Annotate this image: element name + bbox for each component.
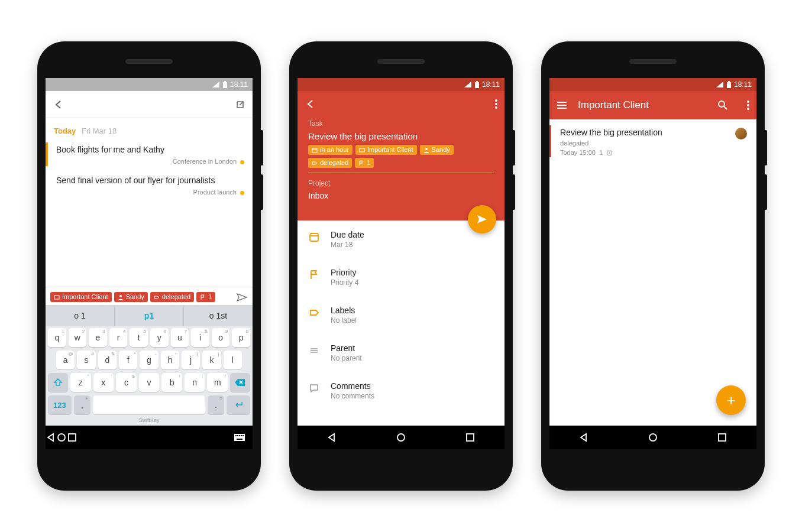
- key-r[interactable]: r4: [109, 328, 128, 347]
- key-z[interactable]: z": [70, 373, 91, 392]
- period-key[interactable]: .!?: [208, 395, 224, 414]
- comma-key[interactable]: ,✶: [74, 395, 90, 414]
- suggestion[interactable]: o 1st: [184, 305, 253, 326]
- numbers-key[interactable]: 123: [48, 395, 72, 414]
- date-full: Fri Mar 18: [82, 126, 117, 135]
- nav-home-icon[interactable]: [56, 432, 67, 443]
- task-time-text: Today 15:00: [560, 149, 596, 156]
- chip-label: 1: [367, 160, 370, 166]
- key-k[interactable]: k): [202, 351, 221, 369]
- chip-project[interactable]: Important Client: [355, 145, 417, 155]
- chip-schedule[interactable]: in an hour: [308, 145, 353, 155]
- chip-tag[interactable]: delegated: [150, 292, 194, 302]
- key-d[interactable]: d&: [98, 351, 117, 369]
- svg-rect-19: [360, 148, 364, 152]
- nav-home-icon[interactable]: [396, 432, 406, 443]
- shift-key[interactable]: [48, 373, 68, 392]
- key-q[interactable]: q1: [48, 328, 66, 347]
- nav-back-icon[interactable]: [326, 432, 337, 443]
- backspace-key[interactable]: [230, 373, 250, 392]
- task-item[interactable]: Send final version of our flyer for jour…: [46, 170, 253, 200]
- nav-recent-icon[interactable]: [67, 432, 77, 443]
- detail-value: No label: [331, 316, 357, 325]
- key-n[interactable]: n;: [185, 373, 205, 392]
- key-l[interactable]: l: [224, 351, 242, 369]
- suggestion[interactable]: o 1: [46, 305, 114, 326]
- chip-priority[interactable]: 1: [355, 158, 374, 168]
- svg-rect-24: [727, 82, 731, 88]
- key-h[interactable]: h+: [161, 351, 179, 369]
- detail-value: No parent: [331, 354, 362, 362]
- open-external-icon[interactable]: [235, 99, 245, 110]
- chip-assignee[interactable]: Sandy: [420, 145, 454, 155]
- chip-label: delegated: [162, 294, 190, 300]
- assignee-avatar: [735, 128, 747, 140]
- key-y[interactable]: y6: [150, 328, 169, 347]
- svg-rect-8: [237, 435, 238, 436]
- key-c[interactable]: c$: [116, 373, 137, 392]
- detail-row-parent[interactable]: ParentNo parent: [297, 334, 505, 372]
- key-b[interactable]: b!: [161, 373, 182, 392]
- key-i[interactable]: i8: [191, 328, 209, 347]
- project-value[interactable]: Inbox: [308, 191, 494, 200]
- nav-recent-icon[interactable]: [717, 432, 727, 443]
- key-f[interactable]: f*: [119, 351, 137, 369]
- chip-label: Important Client: [62, 294, 108, 300]
- more-vert-icon[interactable]: [747, 100, 749, 110]
- svg-point-4: [58, 434, 65, 441]
- nav-recent-icon[interactable]: [465, 432, 476, 443]
- priority-stripe: [549, 125, 551, 157]
- key-m[interactable]: m/: [207, 373, 228, 392]
- phone-side-button: [260, 130, 263, 166]
- search-icon[interactable]: [717, 100, 728, 111]
- task-comment-count: 1: [599, 149, 603, 156]
- key-p[interactable]: p0: [232, 328, 250, 347]
- detail-row-priority[interactable]: PriorityPriority 4: [297, 258, 505, 296]
- send-arrow-icon[interactable]: [236, 293, 248, 302]
- menu-icon[interactable]: [557, 101, 567, 109]
- chip-priority[interactable]: 1: [196, 292, 215, 302]
- more-vert-icon[interactable]: [495, 99, 497, 109]
- task-item[interactable]: Book flights for me and Kathy Conference…: [46, 139, 253, 170]
- fab-save-button[interactable]: [468, 205, 496, 233]
- nav-back-icon[interactable]: [578, 432, 589, 443]
- chip-project[interactable]: Important Client: [50, 292, 112, 302]
- nav-keyboard-icon[interactable]: [234, 433, 245, 442]
- fab-add-button[interactable]: +: [716, 385, 746, 415]
- nav-back-icon[interactable]: [46, 432, 56, 443]
- soft-keyboard: o 1 p1 o 1st q1w2e3r4t5y6u7i8o9p0 a@s#d&…: [46, 305, 253, 426]
- task-tag: delegated: [560, 140, 747, 147]
- key-g[interactable]: g-: [140, 351, 158, 369]
- key-o[interactable]: o9: [212, 328, 230, 347]
- svg-rect-11: [242, 435, 244, 436]
- chip-tag[interactable]: delegated: [308, 158, 352, 168]
- key-x[interactable]: x': [93, 373, 114, 392]
- project-app-bar: Important Client: [549, 91, 756, 119]
- nav-home-icon[interactable]: [648, 432, 658, 443]
- back-arrow-icon[interactable]: [305, 98, 316, 110]
- space-key[interactable]: [93, 395, 205, 414]
- key-u[interactable]: u7: [171, 328, 189, 347]
- back-arrow-icon[interactable]: [53, 99, 64, 111]
- phone-frame-3: 18:11 Important Client Review the big pr…: [541, 41, 765, 491]
- battery-icon: [222, 81, 228, 89]
- task-item[interactable]: Review the big presentation delegated To…: [549, 119, 756, 163]
- chip-assignee[interactable]: Sandy: [114, 292, 148, 302]
- key-j[interactable]: j(: [182, 351, 200, 369]
- task-detail-title[interactable]: Review the big presentation: [308, 131, 494, 141]
- key-v[interactable]: v: [139, 373, 160, 392]
- svg-point-17: [495, 106, 497, 109]
- key-e[interactable]: e3: [89, 328, 107, 347]
- detail-row-comments[interactable]: CommentsNo comments: [297, 372, 505, 410]
- svg-rect-6: [234, 434, 245, 441]
- section-label-task: Task: [308, 119, 494, 128]
- phone-frame-1: 18:11 Today Fri Mar 18 Book flights for …: [37, 41, 261, 491]
- key-s[interactable]: s#: [77, 351, 95, 369]
- key-w[interactable]: w2: [69, 328, 87, 347]
- enter-key[interactable]: [227, 395, 250, 414]
- suggestion[interactable]: p1: [114, 305, 184, 326]
- key-t[interactable]: t5: [130, 328, 148, 347]
- svg-point-31: [649, 434, 657, 441]
- detail-row-labels[interactable]: LabelsNo label: [297, 296, 505, 334]
- key-a[interactable]: a@: [56, 351, 75, 369]
